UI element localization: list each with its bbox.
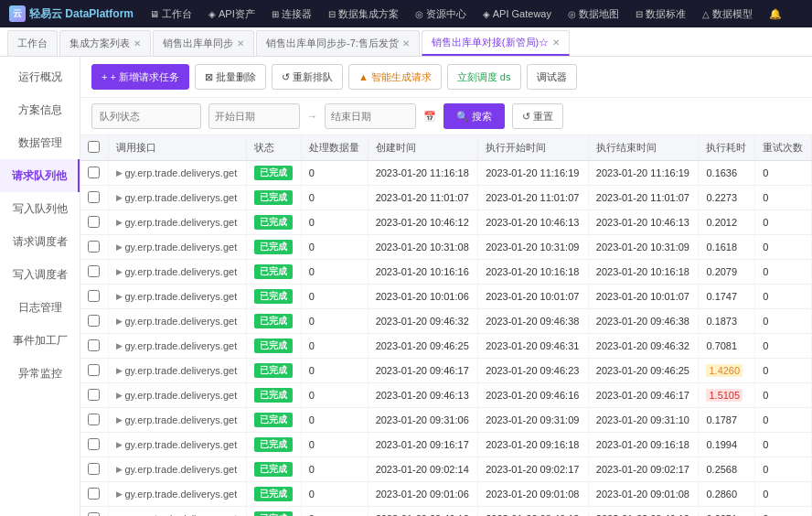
tab-workbench[interactable]: 工作台 bbox=[7, 30, 58, 56]
tab-bar: 工作台 集成方案列表 ✕ 销售出库单同步 ✕ 销售出库单同步步-7:售后发货 ✕… bbox=[0, 27, 812, 57]
tab-solution-list-label: 集成方案列表 bbox=[69, 37, 130, 50]
row-end: 2023-01-20 09:46:25 bbox=[588, 359, 699, 383]
sidebar-item-write-scheduler[interactable]: 写入调度者 bbox=[0, 258, 80, 291]
row-checkbox-cell[interactable] bbox=[80, 186, 108, 210]
add-request-button[interactable]: + + 新增请求任务 bbox=[91, 64, 189, 90]
queue-status-input[interactable] bbox=[91, 103, 201, 129]
nav-data-map[interactable]: ◎ 数据地图 bbox=[561, 0, 626, 27]
nav-notification[interactable]: 🔔 bbox=[762, 0, 789, 27]
header-start: 执行开始时间 bbox=[478, 135, 589, 161]
row-checkbox[interactable] bbox=[88, 512, 100, 517]
nav-data-integration[interactable]: ⊟ 数据集成方案 bbox=[321, 0, 406, 27]
row-end: 2023-01-20 10:16:18 bbox=[588, 260, 699, 285]
row-duration: 0.7081 bbox=[699, 334, 755, 359]
close-icon[interactable]: ✕ bbox=[134, 38, 141, 48]
row-checkbox-cell[interactable] bbox=[80, 334, 108, 359]
row-checkbox[interactable] bbox=[88, 488, 100, 500]
row-checkbox-cell[interactable] bbox=[80, 235, 108, 260]
row-checkbox-cell[interactable] bbox=[80, 457, 108, 482]
arrow-icon: ▶ bbox=[116, 489, 123, 499]
row-checkbox[interactable] bbox=[88, 339, 100, 351]
nav-connector-label: 连接器 bbox=[282, 7, 312, 21]
sidebar-item-request-queue[interactable]: 请求队列他 bbox=[0, 159, 80, 192]
row-checkbox[interactable] bbox=[88, 191, 100, 203]
row-checkbox[interactable] bbox=[88, 364, 100, 376]
sidebar-plan-info-label: 方案信息 bbox=[18, 102, 62, 118]
batch-delete-button[interactable]: ⊠ 批量删除 bbox=[195, 64, 266, 90]
row-checkbox-cell[interactable] bbox=[80, 260, 108, 285]
nav-api-gateway[interactable]: ◈ API Gateway bbox=[475, 0, 559, 27]
sidebar-data-mgmt-label: 数据管理 bbox=[18, 135, 62, 151]
row-checkbox[interactable] bbox=[88, 463, 100, 475]
sidebar-item-request-scheduler[interactable]: 请求调度者 bbox=[0, 225, 80, 258]
tab-sync-step7[interactable]: 销售出库单同步步-7:售后发货 ✕ bbox=[256, 30, 420, 56]
nav-data-model[interactable]: △ 数据模型 bbox=[695, 0, 760, 27]
requeue-button[interactable]: ↺ 重新排队 bbox=[272, 64, 343, 90]
tab-workbench-label: 工作台 bbox=[17, 37, 48, 50]
row-checkbox[interactable] bbox=[88, 315, 100, 327]
sidebar-item-write-queue[interactable]: 写入队列他 bbox=[0, 192, 80, 225]
row-iface: ▶ gy.erp.trade.deliverys.get bbox=[108, 408, 247, 433]
row-checkbox[interactable] bbox=[88, 389, 100, 401]
batch-delete-label: 批量删除 bbox=[216, 70, 256, 84]
row-checkbox[interactable] bbox=[88, 438, 100, 450]
sidebar-item-data-management[interactable]: 数据管理 bbox=[0, 126, 80, 159]
row-checkbox[interactable] bbox=[88, 265, 100, 277]
schedule-button[interactable]: 立刻调度 ds bbox=[447, 64, 521, 90]
row-created: 2023-01-20 09:46:17 bbox=[368, 359, 478, 383]
row-checkbox-cell[interactable] bbox=[80, 161, 108, 186]
row-count: 0 bbox=[301, 359, 368, 383]
tab-sync[interactable]: 销售出库单同步 ✕ bbox=[153, 30, 254, 56]
nav-api-assets[interactable]: ◈ API资产 bbox=[201, 0, 262, 27]
row-checkbox[interactable] bbox=[88, 290, 100, 302]
sidebar-item-overview[interactable]: 运行概况 bbox=[0, 60, 80, 93]
nav-resource[interactable]: ◎ 资源中心 bbox=[408, 0, 474, 27]
table-row: ▶ gy.erp.trade.deliverys.get 已完成 0 2023-… bbox=[80, 383, 812, 408]
row-checkbox-cell[interactable] bbox=[80, 210, 108, 235]
search-button[interactable]: 🔍 搜索 bbox=[443, 103, 505, 129]
close-icon[interactable]: ✕ bbox=[552, 38, 560, 48]
brand-name: 轻易云 DataPlatform bbox=[29, 6, 134, 22]
row-iface: ▶ gy.erp.trade.deliverys.get bbox=[108, 285, 247, 309]
row-checkbox-cell[interactable] bbox=[80, 285, 108, 309]
close-icon[interactable]: ✕ bbox=[402, 38, 410, 48]
table-row: ▶ gy.erp.trade.deliverys.get 已完成 0 2023-… bbox=[80, 334, 812, 359]
row-start: 2023-01-20 08:46:13 bbox=[478, 507, 589, 517]
start-date-input[interactable] bbox=[208, 103, 300, 129]
row-duration: 0.1636 bbox=[699, 161, 755, 186]
row-count: 0 bbox=[301, 285, 368, 309]
sidebar-item-event-factory[interactable]: 事件加工厂 bbox=[0, 324, 80, 357]
row-checkbox-cell[interactable] bbox=[80, 507, 108, 517]
row-status: 已完成 bbox=[247, 383, 302, 408]
debug-button[interactable]: 调试器 bbox=[527, 64, 577, 90]
row-checkbox-cell[interactable] bbox=[80, 309, 108, 334]
tab-new-management[interactable]: 销售出库单对接(新管局)☆ ✕ bbox=[422, 30, 570, 56]
row-duration: 0.2568 bbox=[699, 457, 755, 482]
duration-value: 0.7081 bbox=[706, 340, 737, 351]
row-checkbox-cell[interactable] bbox=[80, 482, 108, 507]
row-checkbox-cell[interactable] bbox=[80, 359, 108, 383]
close-icon[interactable]: ✕ bbox=[237, 38, 244, 48]
ai-generate-button[interactable]: ▲ 智能生成请求 bbox=[348, 64, 442, 90]
header-checkbox[interactable] bbox=[80, 135, 108, 161]
header-end: 执行结束时间 bbox=[588, 135, 699, 161]
sidebar-item-log-mgmt[interactable]: 日志管理 bbox=[0, 291, 80, 324]
row-checkbox[interactable] bbox=[88, 216, 100, 228]
reset-button[interactable]: ↺ 重置 bbox=[512, 103, 563, 129]
tab-solution-list[interactable]: 集成方案列表 ✕ bbox=[59, 30, 151, 56]
row-checkbox-cell[interactable] bbox=[80, 408, 108, 433]
header-status: 状态 bbox=[247, 135, 302, 161]
row-checkbox[interactable] bbox=[88, 167, 100, 178]
sidebar-item-plan-info[interactable]: 方案信息 bbox=[0, 93, 80, 126]
row-count: 0 bbox=[301, 408, 368, 433]
row-checkbox-cell[interactable] bbox=[80, 383, 108, 408]
nav-data-standard[interactable]: ⊟ 数据标准 bbox=[628, 0, 693, 27]
row-checkbox-cell[interactable] bbox=[80, 433, 108, 457]
nav-connector[interactable]: ⊞ 连接器 bbox=[264, 0, 319, 27]
sidebar-item-exception-monitor[interactable]: 异常监控 bbox=[0, 357, 80, 390]
end-date-input[interactable] bbox=[325, 103, 416, 129]
row-checkbox[interactable] bbox=[88, 414, 100, 425]
nav-workbench[interactable]: 🖥 工作台 bbox=[143, 0, 199, 27]
select-all-checkbox[interactable] bbox=[88, 141, 100, 153]
row-checkbox[interactable] bbox=[88, 241, 100, 253]
